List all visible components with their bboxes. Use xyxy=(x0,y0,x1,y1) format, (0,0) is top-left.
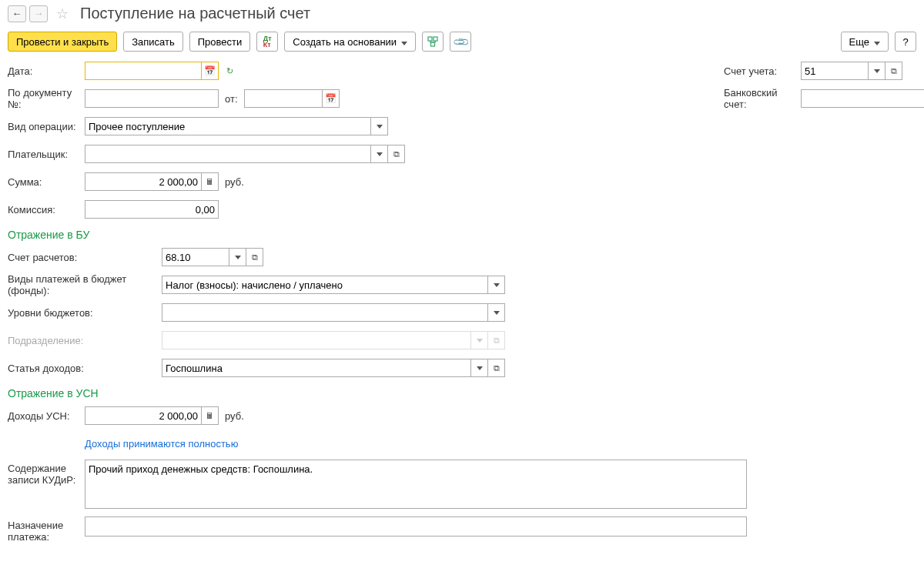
account-label: Счет учета: xyxy=(724,65,801,77)
usn-income-input[interactable] xyxy=(85,406,202,425)
income-article-input[interactable] xyxy=(162,359,471,377)
svg-rect-1 xyxy=(434,37,437,41)
paperclip-icon: 📎 xyxy=(451,32,469,50)
sum-input[interactable] xyxy=(85,172,202,191)
attach-button[interactable]: 📎 xyxy=(450,32,471,52)
nav-forward-button[interactable]: → xyxy=(29,5,48,22)
account-dropdown[interactable] xyxy=(869,62,886,80)
division-input xyxy=(162,331,471,349)
account-input[interactable] xyxy=(801,62,869,80)
chevron-down-icon xyxy=(401,36,407,48)
bank-account-input[interactable] xyxy=(801,89,924,108)
chevron-down-icon xyxy=(874,36,880,48)
budget-levels-dropdown[interactable] xyxy=(488,303,505,322)
post-and-close-button[interactable]: Провести и закрыть xyxy=(8,32,117,52)
usn-income-unit: руб. xyxy=(225,410,244,422)
op-type-input[interactable] xyxy=(85,117,371,135)
payer-input[interactable] xyxy=(85,145,371,163)
more-label: Еще xyxy=(849,36,869,48)
post-button[interactable]: Провести xyxy=(189,32,251,52)
usn-income-label: Доходы УСН: xyxy=(8,410,85,422)
dtkt-icon: ДтКт xyxy=(263,35,272,48)
more-button[interactable]: Еще xyxy=(841,32,889,52)
calculator-icon[interactable]: 🖩 xyxy=(202,172,219,191)
sum-unit: руб. xyxy=(225,176,244,188)
favorite-star-icon[interactable]: ☆ xyxy=(54,5,71,22)
create-based-on-label: Создать на основании xyxy=(293,36,397,48)
refresh-icon[interactable]: ↻ xyxy=(226,66,233,76)
payer-dropdown[interactable] xyxy=(371,145,388,163)
income-article-dropdown[interactable] xyxy=(471,359,488,377)
settlement-account-input[interactable] xyxy=(162,248,229,266)
date-input[interactable] xyxy=(85,62,202,80)
calculator-icon[interactable]: 🖩 xyxy=(202,406,219,425)
purpose-textarea[interactable] xyxy=(85,516,747,537)
commission-label: Комиссия: xyxy=(8,204,85,216)
help-button[interactable]: ? xyxy=(895,32,916,52)
payer-open-icon[interactable]: ⧉ xyxy=(388,145,405,163)
budget-levels-input[interactable] xyxy=(162,303,488,322)
calendar-icon[interactable]: 📅 xyxy=(323,89,340,108)
save-button[interactable]: Записать xyxy=(123,32,183,52)
doc-num-input[interactable] xyxy=(85,89,219,108)
income-article-label: Статья доходов: xyxy=(8,363,162,374)
payer-label: Плательщик: xyxy=(8,149,85,160)
income-article-open-icon[interactable]: ⧉ xyxy=(488,359,505,377)
section-bu-title: Отражение в БУ xyxy=(8,229,916,241)
op-type-label: Вид операции: xyxy=(8,121,85,132)
account-open-icon[interactable]: ⧉ xyxy=(886,62,902,80)
svg-rect-2 xyxy=(431,42,435,46)
settlement-account-open-icon[interactable]: ⧉ xyxy=(246,248,263,266)
budget-payment-types-input[interactable] xyxy=(162,276,488,294)
dtkt-button[interactable]: ДтКт xyxy=(256,32,278,52)
income-full-link[interactable]: Доходы принимаются полностью xyxy=(85,438,238,450)
op-type-dropdown[interactable] xyxy=(371,117,388,135)
bank-account-label: Банковский счет: xyxy=(724,87,801,110)
division-open-icon: ⧉ xyxy=(488,331,505,349)
kudir-content-label: Содержание записи КУДиР: xyxy=(8,460,85,486)
division-label: Подразделение: xyxy=(8,335,162,346)
budget-levels-label: Уровни бюджетов: xyxy=(8,307,162,319)
settlement-account-label: Счет расчетов: xyxy=(8,252,162,263)
structure-icon xyxy=(427,36,438,47)
settlement-account-dropdown[interactable] xyxy=(229,248,246,266)
section-usn-title: Отражение в УСН xyxy=(8,387,916,399)
division-dropdown xyxy=(471,331,488,349)
doc-num-label: По документу №: xyxy=(8,87,85,110)
purpose-label: Назначение платежа: xyxy=(8,516,85,543)
doc-date-input[interactable] xyxy=(244,89,323,108)
structure-button[interactable] xyxy=(422,32,444,52)
budget-payment-types-label: Виды платежей в бюджет (фонды): xyxy=(8,273,162,296)
create-based-on-button[interactable]: Создать на основании xyxy=(284,32,416,52)
from-label: от: xyxy=(225,93,238,105)
budget-payment-types-dropdown[interactable] xyxy=(488,276,505,294)
date-label: Дата: xyxy=(8,65,85,77)
svg-rect-0 xyxy=(428,37,432,41)
nav-back-button[interactable]: ← xyxy=(8,5,26,22)
commission-input[interactable] xyxy=(85,200,219,219)
calendar-icon[interactable]: 📅 xyxy=(202,62,219,80)
kudir-content-textarea[interactable] xyxy=(85,460,747,509)
sum-label: Сумма: xyxy=(8,176,85,188)
page-title: Поступление на расчетный счет xyxy=(80,5,310,22)
